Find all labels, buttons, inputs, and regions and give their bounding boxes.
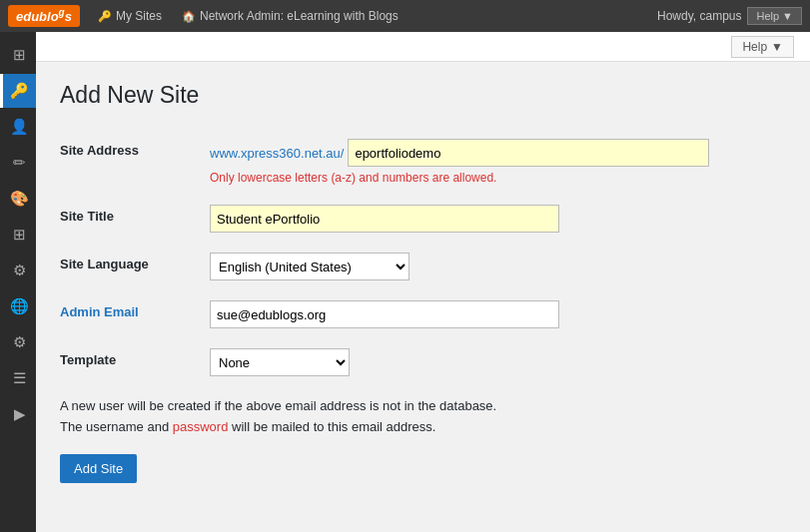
admin-email-row: Admin Email (60, 290, 786, 338)
main-inner: Add New Site Site Address www.xpress360.… (36, 62, 810, 532)
site-title-row: Site Title (60, 195, 786, 243)
add-site-button[interactable]: Add Site (60, 454, 137, 483)
play-icon: ▶ (14, 405, 26, 423)
help-button[interactable]: Help ▼ (747, 7, 802, 25)
site-language-field: English (United States) English (UK) Fre… (200, 243, 786, 290)
password-link: password (173, 419, 229, 434)
site-address-field: www.xpress360.net.au/ Only lowercase let… (200, 129, 786, 195)
admin-email-input[interactable] (210, 300, 559, 328)
sidebar-item-play[interactable]: ▶ (0, 397, 36, 431)
paint-icon: 🎨 (10, 190, 29, 208)
info-line2: The username and password will be mailed… (60, 417, 786, 438)
site-language-select[interactable]: English (United States) English (UK) Fre… (210, 253, 409, 280)
pencil-icon: ✏ (13, 154, 26, 172)
template-field: None Default Custom (200, 338, 786, 386)
howdy-text: Howdy, campus (657, 9, 741, 23)
info-text: A new user will be created if the above … (60, 396, 786, 438)
sidebar-item-key[interactable]: 🔑 (0, 74, 36, 108)
topbar: edublogs 🔑 My Sites 🏠 Network Admin: eLe… (0, 0, 810, 32)
sidebar-item-grid[interactable]: ⊞ (0, 218, 36, 252)
sidebar: ⊞ 🔑 👤 ✏ 🎨 ⊞ ⚙ 🌐 ⚙ ☰ ▶ (0, 32, 36, 532)
site-language-row: Site Language English (United States) En… (60, 243, 786, 290)
topbar-nav: 🔑 My Sites 🏠 Network Admin: eLearning wi… (90, 0, 657, 32)
template-label: Template (60, 338, 200, 386)
info-line1: A new user will be created if the above … (60, 396, 786, 417)
globe-icon: 🌐 (10, 297, 29, 315)
admin-email-field (200, 290, 786, 338)
admin-email-label: Admin Email (60, 290, 200, 338)
dashboard-icon: ⊞ (13, 46, 26, 64)
sidebar-item-list[interactable]: ☰ (0, 361, 36, 395)
sidebar-item-dashboard[interactable]: ⊞ (0, 38, 36, 72)
help-bar: Help ▼ (36, 32, 810, 62)
sidebar-item-paint[interactable]: 🎨 (0, 182, 36, 216)
site-address-input[interactable] (348, 139, 709, 167)
template-select[interactable]: None Default Custom (210, 348, 350, 376)
site-address-note: Only lowercase letters (a-z) and numbers… (210, 171, 786, 185)
site-title-label: Site Title (60, 195, 200, 243)
sidebar-item-settings2[interactable]: ⚙ (0, 325, 36, 359)
sidebar-item-pencil[interactable]: ✏ (0, 146, 36, 180)
site-address-prefix: www.xpress360.net.au/ (210, 146, 344, 161)
form-table: Site Address www.xpress360.net.au/ Only … (60, 129, 786, 386)
site-language-label: Site Language (60, 243, 200, 290)
sidebar-item-settings[interactable]: ⚙ (0, 254, 36, 287)
site-title-input[interactable] (210, 205, 559, 233)
network-admin-nav[interactable]: 🏠 Network Admin: eLearning with Blogs (174, 0, 406, 32)
help-button-top[interactable]: Help ▼ (731, 36, 794, 58)
settings-icon: ⚙ (13, 262, 26, 279)
key-sidebar-icon: 🔑 (10, 82, 29, 100)
settings2-icon: ⚙ (13, 333, 26, 351)
template-row: Template None Default Custom (60, 338, 786, 386)
site-title-field (200, 195, 786, 243)
page-title: Add New Site (60, 82, 786, 109)
key-icon: 🔑 (98, 10, 112, 23)
list-icon: ☰ (13, 369, 26, 387)
site-address-row: Site Address www.xpress360.net.au/ Only … (60, 129, 786, 195)
sidebar-item-user[interactable]: 👤 (0, 110, 36, 144)
site-address-wrapper: www.xpress360.net.au/ (210, 139, 709, 167)
layout: ⊞ 🔑 👤 ✏ 🎨 ⊞ ⚙ 🌐 ⚙ ☰ ▶ (0, 32, 810, 532)
main-content: Help ▼ Add New Site Site Address www.xpr… (36, 32, 810, 532)
sidebar-item-globe[interactable]: 🌐 (0, 289, 36, 323)
home-icon: 🏠 (182, 10, 196, 23)
site-address-label: Site Address (60, 129, 200, 195)
my-sites-nav[interactable]: 🔑 My Sites (90, 0, 170, 32)
user-icon: 👤 (10, 118, 29, 136)
edublogs-logo: edublogs (8, 5, 80, 26)
topbar-right: Howdy, campus Help ▼ (657, 7, 802, 25)
grid-icon: ⊞ (13, 226, 26, 244)
